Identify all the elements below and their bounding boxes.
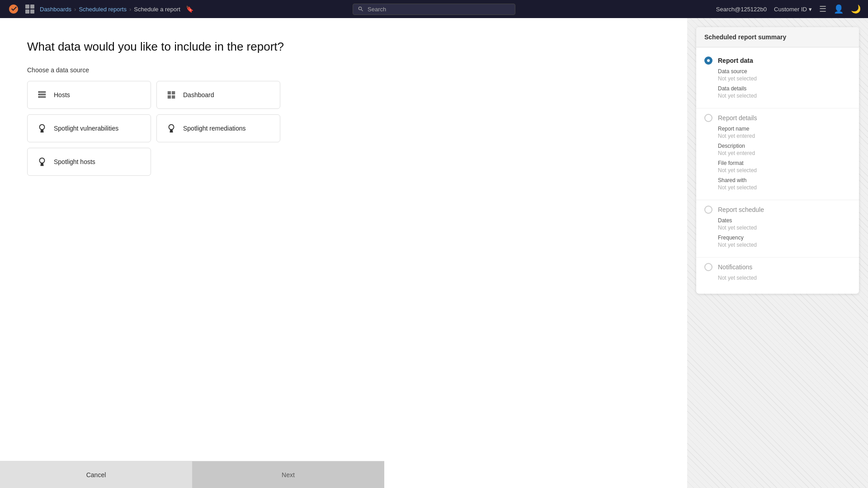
moon-icon[interactable]: 🌙 [851,4,861,14]
dates-label: Dates [718,217,851,224]
frequency-label: Frequency [718,235,851,241]
main-layout: What data would you like to include in t… [0,18,868,488]
step-detail-reportname: Report name Not yet entered [718,126,851,139]
bookmark-icon[interactable]: 🔖 [186,5,193,13]
summary-step-report-data: Report data Data source Not yet selected… [696,51,859,108]
step-circle-report-details [704,114,712,122]
menu-icon[interactable]: ☰ [819,4,826,14]
hosts-label: Hosts [54,91,70,99]
search-placeholder: Search [368,6,386,13]
datasource-value: Not yet selected [718,75,851,82]
step-circle-report-data [704,56,712,65]
summary-step-report-schedule: Report schedule Dates Not yet selected F… [696,200,859,258]
spotlight-vuln-label: Spotlight vulnerabilities [54,125,118,132]
hosts-icon [37,89,47,100]
bottom-bar: Cancel Next [0,461,384,488]
step-detail-fileformat: File format Not yet selected [718,160,851,174]
dashboard-icon [166,89,177,100]
option-dashboard[interactable]: Dashboard [156,81,280,109]
option-hosts[interactable]: Hosts [27,81,151,109]
right-panel: Scheduled report summary Report data Dat… [687,18,868,488]
step-detail-description: Description Not yet entered [718,143,851,156]
summary-header: Scheduled report summary [696,27,859,47]
breadcrumb-dashboards[interactable]: Dashboards [40,6,71,13]
sharedwith-label: Shared with [718,177,851,183]
page-title: What data would you like to include in t… [27,40,660,54]
breadcrumb-sep-2: › [129,6,131,13]
breadcrumb-current: Schedule a report [134,6,180,13]
topbar-right: Search@125122b0 Customer ID ▾ ☰ 👤 🌙 [716,4,861,14]
step-circle-report-schedule [704,206,712,214]
search-box[interactable]: Search [353,4,515,15]
section-label: Choose a data source [27,66,660,74]
frequency-value: Not yet selected [718,242,851,248]
step-detail-frequency: Frequency Not yet selected [718,235,851,248]
spotlight-rem-label: Spotlight remediations [183,125,246,132]
reportname-value: Not yet entered [718,133,851,139]
datasource-label: Data source [718,68,851,75]
spotlight-vuln-icon [37,123,47,134]
step-header-report-schedule: Report schedule [704,206,851,214]
topbar-icons: ☰ 👤 🌙 [819,4,861,14]
step-title-report-details: Report details [718,114,757,122]
summary-step-report-details: Report details Report name Not yet enter… [696,108,859,200]
apps-icon[interactable] [25,5,34,14]
summary-panel: Scheduled report summary Report data Dat… [696,27,859,294]
notifications-value: Not yet selected [718,275,851,281]
customer-id-label: Customer ID [774,6,807,13]
summary-step-notifications: Notifications Not yet selected [696,258,859,290]
data-source-grid: Hosts Dashboard Spotlight vulnerab [27,81,280,176]
step-header-notifications: Notifications [704,263,851,271]
content-area: What data would you like to include in t… [0,18,687,488]
step-header-report-data: Report data [704,56,851,65]
fileformat-label: File format [718,160,851,166]
search-bar[interactable]: Search [353,4,515,15]
user-info: Search@125122b0 [716,6,767,13]
topbar: Dashboards › Scheduled reports › Schedul… [0,0,868,18]
reportname-label: Report name [718,126,851,132]
step-title-report-data: Report data [718,57,753,64]
step-title-report-schedule: Report schedule [718,206,764,213]
step-circle-notifications [704,263,712,271]
step-header-report-details: Report details [704,114,851,122]
spotlight-hosts-label: Spotlight hosts [54,158,95,165]
spotlight-rem-icon [166,123,177,134]
customer-id-selector[interactable]: Customer ID ▾ [774,6,812,13]
user-icon[interactable]: 👤 [834,4,844,14]
option-spotlight-hosts[interactable]: Spotlight hosts [27,148,151,176]
breadcrumb-sep-1: › [74,6,76,13]
breadcrumb-scheduled-reports[interactable]: Scheduled reports [79,6,127,13]
spotlight-hosts-icon [37,156,47,167]
customer-id-chevron: ▾ [809,6,812,13]
step-detail-datasource: Data source Not yet selected [718,68,851,82]
fileformat-value: Not yet selected [718,167,851,174]
next-button[interactable]: Next [192,461,384,488]
cancel-button[interactable]: Cancel [0,461,192,488]
description-value: Not yet entered [718,150,851,156]
step-title-notifications: Notifications [718,263,752,271]
description-label: Description [718,143,851,149]
option-spotlight-remediations[interactable]: Spotlight remediations [156,114,280,142]
search-icon [358,6,364,12]
step-detail-sharedwith: Shared with Not yet selected [718,177,851,191]
option-spotlight-vulnerabilities[interactable]: Spotlight vulnerabilities [27,114,151,142]
dates-value: Not yet selected [718,225,851,231]
step-detail-notifications-value: Not yet selected [718,275,851,281]
app-logo[interactable] [7,3,20,15]
datadetails-label: Data details [718,85,851,92]
dashboard-label: Dashboard [183,91,214,99]
datadetails-value: Not yet selected [718,93,851,99]
breadcrumb: Dashboards › Scheduled reports › Schedul… [40,5,193,13]
sharedwith-value: Not yet selected [718,184,851,191]
step-detail-dates: Dates Not yet selected [718,217,851,231]
summary-body: Report data Data source Not yet selected… [696,47,859,294]
step-detail-datadetails: Data details Not yet selected [718,85,851,99]
